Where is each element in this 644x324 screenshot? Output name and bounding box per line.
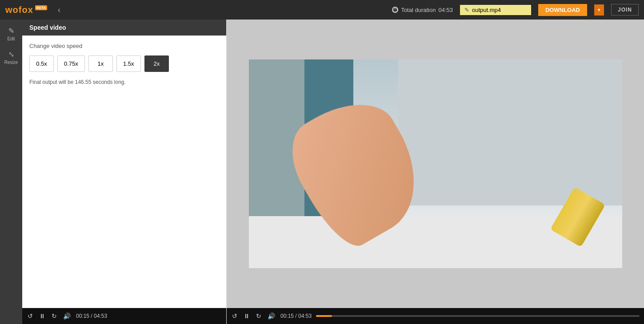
total-duration-value: 04:53 xyxy=(438,7,453,13)
sidebar-item-edit[interactable]: ✎ Edit xyxy=(0,23,22,45)
change-speed-label: Change video speed xyxy=(29,43,219,49)
video-frame xyxy=(249,59,622,268)
panel-title-text: Speed video xyxy=(29,24,66,31)
speed-panel: Speed video Change video speed 0.5x 0.75… xyxy=(22,20,227,324)
panel-volume-button[interactable]: 🔊 xyxy=(62,312,72,320)
scene-wall xyxy=(398,59,622,205)
video-progress-bar[interactable] xyxy=(316,315,640,317)
sidebar: ✎ Edit ⤡ Resize xyxy=(0,20,22,324)
edit-icon: ✎ xyxy=(464,7,469,13)
beta-badge: BETA xyxy=(35,5,47,10)
video-time-display: 00:15 / 04:53 xyxy=(280,313,312,319)
speed-buttons-group: 0.5x 0.75x 1x 1.5x 2x xyxy=(29,55,219,72)
video-total-time: 04:53 xyxy=(298,313,312,319)
sidebar-edit-label: Edit xyxy=(7,36,15,41)
speed-btn-1x[interactable]: 1x xyxy=(88,55,113,72)
sidebar-resize-label: Resize xyxy=(4,60,18,65)
output-info: Final output will be 146.55 seconds long… xyxy=(29,79,219,85)
video-area: ↺ ⏸ ↻ 🔊 00:15 / 04:53 xyxy=(227,20,644,324)
video-container xyxy=(227,20,644,308)
download-button[interactable]: Download xyxy=(538,4,587,16)
video-play-button[interactable]: ⏸ xyxy=(243,312,251,320)
panel-current-time: 00:15 xyxy=(76,313,89,319)
edit-tool-icon: ✎ xyxy=(8,27,14,35)
download-dropdown-button[interactable]: ▾ xyxy=(594,4,604,16)
panel-forward-button[interactable]: ↻ xyxy=(51,312,58,320)
header: wofox BETA ‹ ⏱ Total duration 04:53 ✎ Do… xyxy=(0,0,644,20)
filename-input[interactable] xyxy=(472,7,525,13)
video-forward-button[interactable]: ↻ xyxy=(255,312,262,320)
speed-btn-2x[interactable]: 2x xyxy=(144,55,169,72)
join-button[interactable]: JOIN xyxy=(611,4,639,16)
speed-btn-0-75x[interactable]: 0.75x xyxy=(57,55,85,72)
total-duration-label: Total duration xyxy=(401,7,436,13)
main-layout: ✎ Edit ⤡ Resize Speed video Change video… xyxy=(0,20,644,324)
clock-icon: ⏱ xyxy=(392,7,398,13)
panel-restart-button[interactable]: ↺ xyxy=(27,312,34,320)
video-controls-bar: ↺ ⏸ ↻ 🔊 00:15 / 04:53 xyxy=(227,308,644,324)
logo-name: wofox xyxy=(5,5,33,15)
video-volume-button[interactable]: 🔊 xyxy=(267,312,276,320)
sidebar-item-resize[interactable]: ⤡ Resize xyxy=(0,47,22,68)
panel-total-time: 04:53 xyxy=(94,313,107,319)
speed-btn-0-5x[interactable]: 0.5x xyxy=(29,55,54,72)
panel-content: Change video speed 0.5x 0.75x 1x 1.5x 2x… xyxy=(22,36,226,308)
logo: wofox BETA xyxy=(5,5,47,15)
panel-title: Speed video xyxy=(22,20,226,36)
video-progress-fill xyxy=(316,315,332,317)
video-restart-button[interactable]: ↺ xyxy=(231,312,238,320)
total-duration: ⏱ Total duration 04:53 xyxy=(392,7,453,13)
video-scene xyxy=(249,59,622,268)
panel-play-button[interactable]: ⏸ xyxy=(38,312,46,320)
back-button[interactable]: ‹ xyxy=(54,4,64,16)
filename-container: ✎ xyxy=(460,5,531,15)
video-current-time: 00:15 xyxy=(280,313,294,319)
panel-time-display: 00:15 / 04:53 xyxy=(76,313,107,319)
logo-text: wofox xyxy=(5,5,33,15)
panel-controls-bar: ↺ ⏸ ↻ 🔊 00:15 / 04:53 xyxy=(22,308,226,324)
speed-btn-1-5x[interactable]: 1.5x xyxy=(116,55,141,72)
resize-tool-icon: ⤡ xyxy=(8,50,14,59)
